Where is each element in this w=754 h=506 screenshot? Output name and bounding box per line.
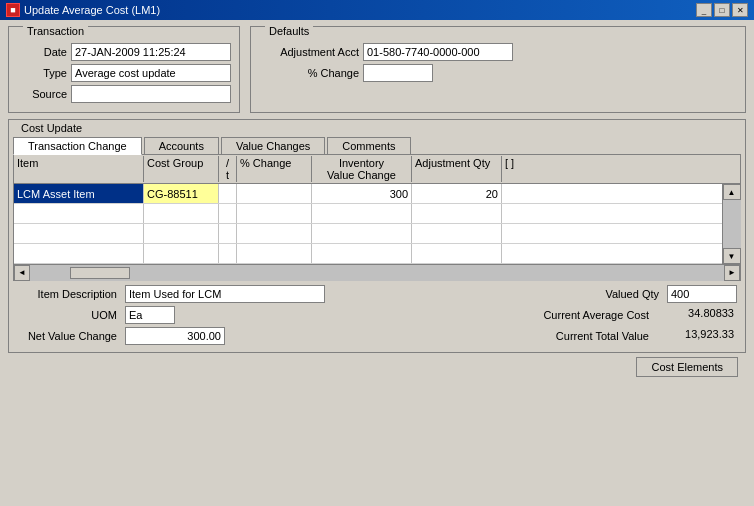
item-desc-row: Item Description Valued Qty [17,285,737,303]
td-item-4[interactable] [14,244,144,263]
th-inventory: Inventory Value Change [312,156,412,182]
item-desc-label: Item Description [17,288,117,300]
type-label: Type [17,67,67,79]
td-pctchange-4[interactable] [237,244,312,263]
td-item-2[interactable] [14,204,144,223]
scroll-right-button[interactable]: ► [724,265,740,281]
uom-row: UOM Current Average Cost 34.80833 [17,306,737,324]
td-extra-4 [502,244,520,263]
title-bar-left: ■ Update Average Cost (LM1) [6,3,160,17]
vertical-scrollbar[interactable]: ▲ ▼ [722,184,740,264]
td-costgroup-1[interactable]: CG-88511 [144,184,219,203]
table-row[interactable] [14,204,740,224]
td-check-4[interactable] [219,244,237,263]
th-costgroup: Cost Group [144,156,219,182]
avg-cost-group: Current Average Cost 34.80833 [519,306,737,324]
date-input[interactable] [71,43,231,61]
table-header: Item Cost Group / t % Change Inventory [14,155,740,184]
item-desc-group: Item Description [17,285,325,303]
td-valuechange-3[interactable] [312,224,412,243]
bottom-fields: Item Description Valued Qty UOM Current … [9,281,745,352]
table-row[interactable] [14,244,740,264]
th-adjqty: Adjustment Qty [412,156,502,182]
pct-change-label: % Change [259,67,359,79]
adj-acct-row: Adjustment Acct [259,43,737,61]
td-adjqty-4[interactable] [412,244,502,263]
td-adjqty-1[interactable]: 20 [412,184,502,203]
scroll-track[interactable] [723,200,741,248]
type-row: Type [17,64,231,82]
avg-cost-label: Current Average Cost [519,309,649,321]
maximize-button[interactable]: □ [714,3,730,17]
cost-elements-button[interactable]: Cost Elements [636,357,738,377]
table-row[interactable] [14,224,740,244]
h-scroll-thumb[interactable] [70,267,130,279]
uom-input[interactable] [125,306,175,324]
net-value-label: Net Value Change [17,330,117,342]
total-value-label: Current Total Value [519,330,649,342]
td-item-1[interactable]: LCM Asset Item [14,184,144,203]
net-value-input[interactable] [125,327,225,345]
adj-acct-input[interactable] [363,43,513,61]
window-title: Update Average Cost (LM1) [24,4,160,16]
td-valuechange-4[interactable] [312,244,412,263]
valued-qty-input[interactable] [667,285,737,303]
defaults-group: Defaults Adjustment Acct % Change [250,26,746,113]
tab-content: Item Cost Group / t % Change Inventory [13,154,741,281]
type-input[interactable] [71,64,231,82]
item-input-2[interactable] [17,208,140,220]
title-bar-buttons[interactable]: _ □ ✕ [696,3,748,17]
main-content: Transaction Date Type Source Defaults Ad… [0,20,754,506]
transaction-legend: Transaction [23,25,88,37]
td-valuechange-2[interactable] [312,204,412,223]
tab-accounts[interactable]: Accounts [144,137,219,155]
table-data-area: LCM Asset Item CG-88511 300 [14,184,740,264]
close-button[interactable]: ✕ [732,3,748,17]
tab-comments[interactable]: Comments [327,137,410,155]
top-section: Transaction Date Type Source Defaults Ad… [8,26,746,113]
td-valuechange-1[interactable]: 300 [312,184,412,203]
td-extra-1 [502,184,520,203]
td-costgroup-3[interactable] [144,224,219,243]
td-costgroup-2[interactable] [144,204,219,223]
td-check-3[interactable] [219,224,237,243]
td-adjqty-3[interactable] [412,224,502,243]
source-input[interactable] [71,85,231,103]
horizontal-scrollbar[interactable]: ◄ ► [14,264,740,280]
td-check-2[interactable] [219,204,237,223]
adj-acct-label: Adjustment Acct [259,46,359,58]
net-value-row: Net Value Change Current Total Value 13,… [17,327,737,345]
transaction-group: Transaction Date Type Source [8,26,240,113]
source-label: Source [17,88,67,100]
pctchange-input-1[interactable] [240,188,308,200]
avg-cost-value: 34.80833 [657,306,737,324]
app-icon: ■ [6,3,20,17]
td-item-3[interactable] [14,224,144,243]
td-check-1[interactable] [219,184,237,203]
td-pctchange-1[interactable] [237,184,312,203]
td-pctchange-3[interactable] [237,224,312,243]
scroll-down-button[interactable]: ▼ [723,248,741,264]
td-pctchange-2[interactable] [237,204,312,223]
tab-transaction-change[interactable]: Transaction Change [13,137,142,155]
cost-update-section: Cost Update Transaction Change Accounts … [8,119,746,353]
minimize-button[interactable]: _ [696,3,712,17]
uom-label: UOM [17,309,117,321]
scroll-left-button[interactable]: ◄ [14,265,30,281]
net-value-group: Net Value Change [17,327,225,345]
table-row[interactable]: LCM Asset Item CG-88511 300 [14,184,740,204]
costgroup-input-2[interactable] [147,208,215,220]
valued-qty-label: Valued Qty [559,288,659,300]
tab-value-changes[interactable]: Value Changes [221,137,325,155]
td-costgroup-4[interactable] [144,244,219,263]
scroll-up-button[interactable]: ▲ [723,184,741,200]
td-extra-2 [502,204,520,223]
tabs-bar: Transaction Change Accounts Value Change… [9,134,745,154]
valued-qty-group: Valued Qty [559,285,737,303]
item-desc-input[interactable] [125,285,325,303]
check-input-1[interactable] [222,188,233,200]
pct-change-input[interactable] [363,64,433,82]
td-adjqty-2[interactable] [412,204,502,223]
h-scroll-track[interactable] [30,265,724,281]
total-value-value: 13,923.33 [657,327,737,345]
